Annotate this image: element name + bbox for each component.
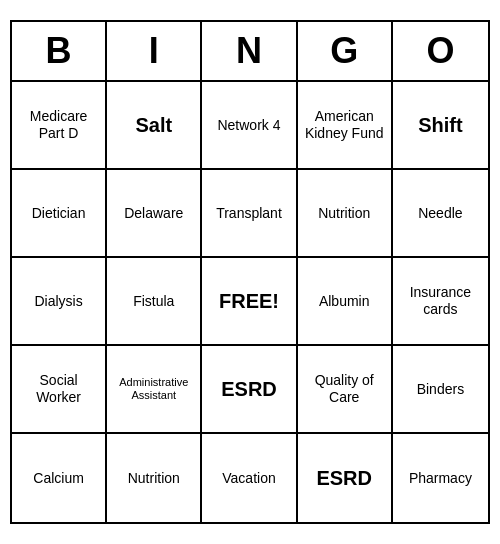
bingo-cell: Delaware xyxy=(107,170,202,258)
header-letter: N xyxy=(202,22,297,80)
bingo-card: BINGO Medicare Part DSaltNetwork 4Americ… xyxy=(10,20,490,524)
bingo-cell: FREE! xyxy=(202,258,297,346)
bingo-header: BINGO xyxy=(12,22,488,82)
bingo-cell: Vacation xyxy=(202,434,297,522)
header-letter: I xyxy=(107,22,202,80)
header-letter: B xyxy=(12,22,107,80)
bingo-cell: Calcium xyxy=(12,434,107,522)
bingo-cell: Insurance cards xyxy=(393,258,488,346)
bingo-cell: Medicare Part D xyxy=(12,82,107,170)
bingo-cell: Network 4 xyxy=(202,82,297,170)
bingo-cell: Nutrition xyxy=(298,170,393,258)
bingo-cell: Shift xyxy=(393,82,488,170)
bingo-cell: Social Worker xyxy=(12,346,107,434)
bingo-cell: Dietician xyxy=(12,170,107,258)
bingo-cell: Salt xyxy=(107,82,202,170)
header-letter: G xyxy=(298,22,393,80)
bingo-grid: Medicare Part DSaltNetwork 4American Kid… xyxy=(12,82,488,522)
bingo-cell: Pharmacy xyxy=(393,434,488,522)
bingo-cell: Transplant xyxy=(202,170,297,258)
bingo-cell: Administrative Assistant xyxy=(107,346,202,434)
bingo-cell: Dialysis xyxy=(12,258,107,346)
header-letter: O xyxy=(393,22,488,80)
bingo-cell: American Kidney Fund xyxy=(298,82,393,170)
bingo-cell: ESRD xyxy=(298,434,393,522)
bingo-cell: Fistula xyxy=(107,258,202,346)
bingo-cell: ESRD xyxy=(202,346,297,434)
bingo-cell: Binders xyxy=(393,346,488,434)
bingo-cell: Albumin xyxy=(298,258,393,346)
bingo-cell: Quality of Care xyxy=(298,346,393,434)
bingo-cell: Nutrition xyxy=(107,434,202,522)
bingo-cell: Needle xyxy=(393,170,488,258)
